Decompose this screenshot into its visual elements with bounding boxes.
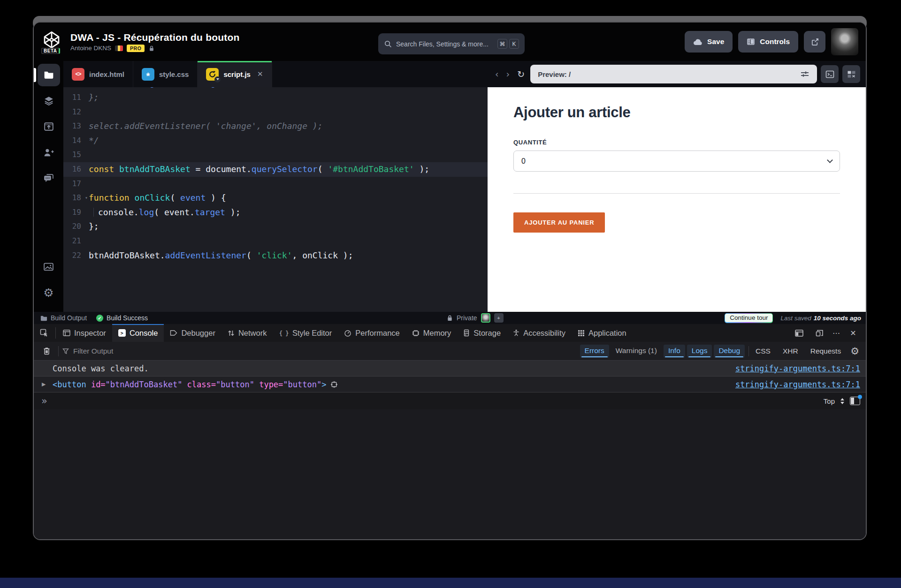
- save-button[interactable]: Save: [685, 31, 733, 53]
- code-line-18[interactable]: 18▾function onClick( event ) {: [63, 191, 488, 205]
- pick-element-button[interactable]: [34, 324, 54, 342]
- evaluation-context-selector[interactable]: Top: [824, 397, 835, 405]
- dock-side-button[interactable]: [791, 326, 807, 340]
- clear-console-button[interactable]: [38, 344, 54, 358]
- sliders-icon[interactable]: [800, 70, 809, 78]
- console-empty-area[interactable]: [34, 409, 866, 539]
- code-line-22[interactable]: 22btnAddToBAsket.addEventListener( 'clic…: [63, 249, 488, 263]
- devtools-tab-accessibility[interactable]: Accessibility: [507, 324, 572, 342]
- preview-url-bar[interactable]: Preview: /: [530, 65, 817, 83]
- devtools-tab-performance[interactable]: Performance: [338, 324, 405, 342]
- sidebar-item-assets[interactable]: [38, 256, 60, 278]
- style-editor-icon: { }: [279, 330, 288, 337]
- code-line-partial[interactable]: console.log( event.target );: [63, 87, 488, 90]
- source-link[interactable]: stringify-arguments.ts:7:1: [726, 380, 860, 389]
- continue-tour-button[interactable]: Continue tour: [725, 313, 773, 323]
- close-tab-icon[interactable]: ✕: [257, 70, 263, 78]
- filter-chip-debug[interactable]: Debug: [714, 345, 745, 358]
- filter-output-input[interactable]: Filter Output: [62, 347, 113, 355]
- fold-caret-icon[interactable]: ▾: [85, 191, 88, 205]
- logged-element[interactable]: <button id="btnAddToBasket" class="butto…: [53, 380, 326, 389]
- devtools-tab-inspector[interactable]: Inspector: [57, 324, 112, 342]
- quantity-select[interactable]: 0: [513, 151, 840, 172]
- refresh-icon[interactable]: ↻: [515, 69, 527, 79]
- code-line-21[interactable]: 21: [63, 234, 488, 249]
- search-shortcut: ⌘ K: [497, 39, 519, 49]
- filter-chip-warnings[interactable]: Warnings (1): [611, 345, 662, 358]
- presence-anon-avatar[interactable]: +: [494, 313, 504, 323]
- build-output-button[interactable]: Build Output: [40, 314, 87, 322]
- notification-dot: [858, 395, 862, 399]
- storage-icon: [463, 329, 470, 337]
- back-icon[interactable]: ‹: [493, 69, 501, 79]
- file-tab-style.css[interactable]: *style.css: [133, 61, 198, 87]
- code-line-20[interactable]: 20};: [63, 219, 488, 234]
- sidebar-item-deploy[interactable]: [38, 115, 60, 138]
- file-tab-script.js[interactable]: script.js✕: [198, 61, 272, 87]
- share-button[interactable]: [804, 31, 825, 53]
- code-line-19[interactable]: 19console.log( event.target );: [63, 205, 488, 220]
- filter-category-css[interactable]: CSS: [756, 347, 771, 355]
- console-row[interactable]: ▶<button id="btnAddToBasket" class="butt…: [34, 377, 866, 392]
- split-console-toggle[interactable]: [850, 397, 860, 405]
- filter-chip-info[interactable]: Info: [664, 345, 685, 358]
- add-person-icon: [43, 147, 54, 158]
- filter-category-xhr[interactable]: XHR: [783, 347, 798, 355]
- filter-category-requests[interactable]: Requests: [810, 347, 841, 355]
- sidebar-item-layers[interactable]: [38, 90, 60, 112]
- global-search[interactable]: Search Files, Settings & more... ⌘ K: [378, 33, 525, 54]
- context-updown-icon[interactable]: [840, 398, 844, 404]
- pen-author[interactable]: Antoine DKNS: [70, 45, 111, 52]
- source-link[interactable]: stringify-arguments.ts:7:1: [726, 364, 860, 373]
- code-line-14[interactable]: 14*/: [63, 134, 488, 148]
- devtools-tab-debugger[interactable]: Debugger: [164, 324, 221, 342]
- console-prompt-chevrons[interactable]: »: [41, 396, 47, 406]
- code-line-11[interactable]: 11};: [63, 90, 488, 105]
- responsive-mode-button[interactable]: [811, 326, 827, 340]
- code-line-17[interactable]: 17: [63, 177, 488, 191]
- sidebar-item-files[interactable]: [38, 64, 60, 86]
- codepen-logo[interactable]: BETA: [41, 30, 63, 54]
- divider: [55, 327, 56, 339]
- code-line-15[interactable]: 15: [63, 148, 488, 162]
- add-to-basket-button[interactable]: AJOUTER AU PANIER: [513, 212, 605, 233]
- preview-nav-bar: ‹ › ↻ Preview: /: [488, 61, 866, 87]
- devtools-tab-bar: Inspector>ConsoleDebuggerNetwork{ }Style…: [34, 324, 866, 342]
- devtools-menu-button[interactable]: ⋯: [828, 326, 844, 340]
- expand-triangle-icon[interactable]: ▶: [42, 381, 46, 387]
- devtools-close-button[interactable]: ✕: [845, 326, 861, 340]
- console-settings-gear-icon[interactable]: ⚙: [850, 346, 859, 357]
- line-number: 13: [63, 119, 89, 134]
- beta-badge: BETA: [41, 48, 60, 54]
- devtools-tab-memory[interactable]: Memory: [406, 324, 458, 342]
- layout-close-button[interactable]: [842, 65, 860, 83]
- controls-button[interactable]: Controls: [738, 31, 798, 53]
- user-avatar[interactable]: [831, 28, 858, 55]
- code-line-12[interactable]: 12: [63, 105, 488, 120]
- build-status[interactable]: ✓ Build Success: [96, 314, 148, 322]
- trash-icon: [43, 347, 50, 355]
- sidebar-item-add-collaborator[interactable]: [38, 141, 60, 164]
- code-line-16[interactable]: 16const btnAddToBAsket = document.queryS…: [63, 162, 488, 177]
- file-tab-label: script.js: [223, 70, 251, 78]
- devtools-tab-style-editor[interactable]: { }Style Editor: [273, 324, 338, 342]
- devtools-tab-label: Inspector: [74, 329, 106, 338]
- sidebar-item-settings[interactable]: ⚙: [38, 281, 60, 304]
- file-tab-index.html[interactable]: <>index.html: [63, 61, 133, 87]
- line-number: 15: [63, 148, 89, 162]
- code-line-13[interactable]: 13select.addEventListener( 'change', onC…: [63, 119, 488, 134]
- sidebar-item-comments[interactable]: [38, 167, 60, 189]
- code-editor[interactable]: console.log( event.target ); 11};1213sel…: [63, 87, 488, 312]
- line-number: 17: [63, 177, 89, 191]
- filter-chip-logs[interactable]: Logs: [687, 345, 712, 358]
- devtools-tab-network[interactable]: Network: [221, 324, 273, 342]
- filter-chip-errors[interactable]: Errors: [580, 345, 609, 358]
- forward-icon[interactable]: ›: [504, 69, 512, 79]
- console-input-row[interactable]: » Top: [34, 392, 866, 409]
- console-drawer-button[interactable]: [821, 65, 839, 83]
- inspect-node-target-icon[interactable]: [331, 381, 337, 388]
- presence-avatar[interactable]: [481, 313, 490, 323]
- devtools-tab-application[interactable]: Application: [572, 324, 633, 342]
- devtools-tab-storage[interactable]: Storage: [457, 324, 507, 342]
- devtools-tab-console[interactable]: >Console: [112, 324, 164, 342]
